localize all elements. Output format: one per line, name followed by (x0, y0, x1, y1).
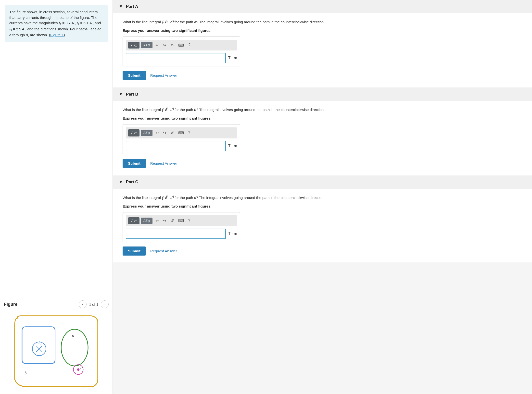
part-a-question: What is the line integral ∮ B⃗ · dl⃗ for… (123, 19, 522, 25)
part-b-instruction: Express your answer using two significan… (123, 116, 522, 120)
description-text: The figure shows, in cross section, seve… (9, 10, 101, 37)
part-a-toolbar: ▪n√□ ΑΣφ ↩ ↪ ↺ ⌨ ? (126, 40, 237, 50)
part-a-greek-btn[interactable]: ΑΣφ (141, 42, 152, 48)
part-b-reset-btn[interactable]: ↺ (169, 130, 175, 136)
part-c-input[interactable] (126, 229, 226, 239)
fraction-icon-c: ▪n√□ (131, 219, 137, 223)
part-c-instruction: Express your answer using two significan… (123, 204, 522, 208)
part-b-question: What is the line integral ∮ B⃗ · dl⃗ for… (123, 107, 522, 113)
svg-rect-0 (2, 311, 110, 394)
part-c-undo-btn[interactable]: ↩ (154, 217, 160, 224)
part-a-submit-button[interactable]: Submit (123, 71, 146, 80)
part-a-header[interactable]: ▼ Part A (113, 0, 532, 13)
part-c-answer-box: ▪n√□ ΑΣφ ↩ ↪ ↺ ⌨ ? T · m (123, 212, 240, 242)
part-c-unit: T · m (228, 232, 237, 236)
part-a-input[interactable] (126, 53, 226, 63)
part-c-submit-button[interactable]: Submit (123, 246, 146, 256)
svg-text:3: 3 (82, 367, 83, 370)
part-a-collapse-icon[interactable]: ▼ (119, 4, 123, 9)
part-b-collapse-icon[interactable]: ▼ (119, 92, 123, 97)
fraction-icon-b: ▪n√□ (131, 131, 137, 135)
part-a-fraction-btn[interactable]: ▪n√□ (128, 42, 139, 49)
part-c-fraction-btn[interactable]: ▪n√□ (128, 217, 139, 224)
part-c-title: Part C (126, 180, 138, 185)
part-c-actions: Submit Request Answer (123, 246, 522, 256)
figure-prev-button[interactable]: ‹ (79, 300, 87, 308)
part-b-input-row: T · m (126, 141, 237, 151)
greek-icon-b: ΑΣφ (143, 131, 150, 135)
part-b-input[interactable] (126, 141, 226, 151)
part-b-section: ▼ Part B What is the line integral ∮ B⃗ … (113, 88, 532, 174)
figure-nav: ‹ 1 of 1 › (79, 300, 109, 308)
part-c-redo-btn[interactable]: ↪ (162, 217, 168, 224)
part-a-actions: Submit Request Answer (123, 71, 522, 80)
figure-counter: 1 of 1 (89, 302, 98, 307)
part-c-collapse-icon[interactable]: ▼ (119, 180, 123, 185)
part-a-help-btn[interactable]: ? (187, 42, 192, 48)
part-b-help-btn[interactable]: ? (187, 130, 192, 136)
part-c-help-btn[interactable]: ? (187, 218, 192, 224)
part-b-header[interactable]: ▼ Part B (113, 88, 532, 101)
part-a-instruction: Express your answer using two significan… (123, 28, 522, 33)
left-panel: The figure shows, in cross section, seve… (0, 0, 113, 394)
part-c-keyboard-btn[interactable]: ⌨ (177, 217, 185, 224)
part-b-content: What is the line integral ∮ B⃗ · dl⃗ for… (113, 101, 532, 174)
greek-icon-c: ΑΣφ (143, 219, 150, 223)
part-b-request-answer-button[interactable]: Request Answer (150, 161, 177, 165)
figure-next-button[interactable]: › (101, 300, 109, 308)
problem-description: The figure shows, in cross section, seve… (5, 5, 108, 42)
figure-image: I 1 a I 3 b (0, 311, 113, 394)
part-b-undo-btn[interactable]: ↩ (154, 130, 160, 136)
figure-section: Figure ‹ 1 of 1 › I (0, 298, 113, 394)
part-c-request-answer-button[interactable]: Request Answer (150, 249, 177, 253)
part-b-actions: Submit Request Answer (123, 159, 522, 168)
part-b-redo-btn[interactable]: ↪ (162, 130, 168, 136)
part-c-reset-btn[interactable]: ↺ (169, 217, 175, 224)
part-a-answer-box: ▪n√□ ΑΣφ ↩ ↪ ↺ ⌨ ? T · m (123, 37, 240, 66)
part-a-request-answer-button[interactable]: Request Answer (150, 73, 177, 77)
part-a-unit: T · m (228, 56, 237, 60)
part-c-input-row: T · m (126, 229, 237, 239)
part-b-keyboard-btn[interactable]: ⌨ (177, 130, 185, 136)
part-b-unit: T · m (228, 144, 237, 148)
part-a-reset-btn[interactable]: ↺ (169, 42, 175, 49)
part-b-answer-box: ▪n√□ ΑΣφ ↩ ↪ ↺ ⌨ ? T · m (123, 124, 240, 154)
part-b-title: Part B (126, 92, 138, 97)
part-b-greek-btn[interactable]: ΑΣφ (141, 130, 152, 136)
svg-point-9 (77, 368, 79, 371)
part-a-undo-btn[interactable]: ↩ (154, 42, 160, 49)
greek-icon: ΑΣφ (143, 43, 150, 47)
part-c-content: What is the line integral ∮ B⃗ · dl⃗ for… (113, 189, 532, 262)
part-c-toolbar: ▪n√□ ΑΣφ ↩ ↪ ↺ ⌨ ? (126, 215, 237, 226)
svg-text:b: b (25, 371, 26, 375)
part-c-header[interactable]: ▼ Part C (113, 176, 532, 189)
svg-text:1: 1 (40, 342, 42, 345)
part-a-input-row: T · m (126, 53, 237, 63)
part-a-title: Part A (126, 4, 138, 9)
figure-link[interactable]: Figure 1 (50, 33, 64, 37)
right-panel: ▼ Part A What is the line integral ∮ B⃗ … (113, 0, 532, 394)
part-c-question: What is the line integral ∮ B⃗ · dl⃗ for… (123, 195, 522, 201)
part-a-keyboard-btn[interactable]: ⌨ (177, 42, 185, 49)
part-a-section: ▼ Part A What is the line integral ∮ B⃗ … (113, 0, 532, 87)
figure-header: Figure ‹ 1 of 1 › (0, 298, 113, 311)
svg-text:I: I (38, 340, 40, 345)
figure-svg: I 1 a I 3 b (0, 311, 113, 394)
part-b-submit-button[interactable]: Submit (123, 159, 146, 168)
part-b-toolbar: ▪n√□ ΑΣφ ↩ ↪ ↺ ⌨ ? (126, 127, 237, 138)
part-a-content: What is the line integral ∮ B⃗ · dl⃗ for… (113, 13, 532, 87)
part-a-redo-btn[interactable]: ↪ (162, 42, 168, 49)
svg-text:I: I (80, 365, 82, 369)
figure-title: Figure (4, 302, 17, 307)
part-c-section: ▼ Part C What is the line integral ∮ B⃗ … (113, 176, 532, 262)
fraction-icon: ▪n√□ (131, 43, 137, 47)
part-b-fraction-btn[interactable]: ▪n√□ (128, 129, 139, 136)
part-c-greek-btn[interactable]: ΑΣφ (141, 218, 152, 224)
svg-text:a: a (72, 333, 74, 338)
